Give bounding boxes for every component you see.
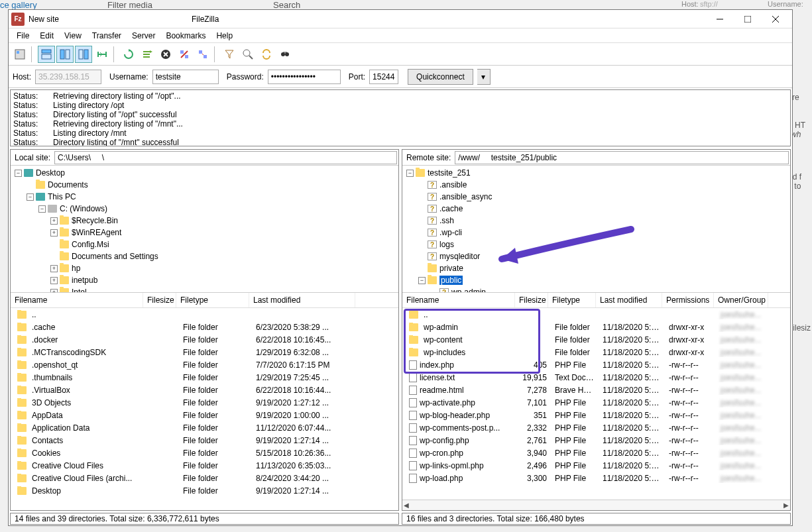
remote-filelist[interactable]: FilenameFilesizeFiletypeLast modifiedPer… [402,293,790,510]
tree-item[interactable]: +Intel [12,286,397,293]
menu-file[interactable]: File [11,30,34,42]
toggle-remotetree-icon[interactable] [75,46,92,63]
quickconnect-dropdown[interactable]: ▾ [477,69,491,85]
reconnect-icon[interactable] [194,46,211,63]
list-item[interactable]: .cacheFile folder6/23/2020 5:38:29 ... [11,321,398,333]
tree-item[interactable]: +$WinREAgent [12,227,397,239]
local-site-label: Local site: [11,153,54,162]
menu-server[interactable]: Server [127,30,160,42]
log-pane[interactable]: Status:Retrieving directory listing of "… [10,89,791,146]
tree-item[interactable]: +inetpub [12,274,397,286]
toggle-logpane-icon[interactable] [38,46,55,63]
list-item[interactable]: .. [11,308,398,321]
list-item[interactable]: .thumbnailsFile folder1/29/2019 7:25:45 … [11,371,398,384]
remote-h-scroll[interactable]: ◀▶ [402,500,790,510]
list-item[interactable]: ContactsFile folder9/19/2020 1:27:14 ... [11,434,398,447]
tree-item[interactable]: −public [404,274,789,286]
close-button[interactable] [762,11,789,28]
list-item[interactable]: wp-contentFile folder11/18/2020 5:4...dr… [402,333,790,346]
username-input[interactable] [152,70,219,84]
list-item[interactable]: .openshot_qtFile folder7/7/2020 6:17:15 … [11,358,398,371]
port-input[interactable] [369,70,398,84]
titlebar[interactable]: Fz New site FileZilla [9,10,792,28]
remote-pathbar: Remote site: [402,150,790,166]
tree-item[interactable]: ?.ansible [404,179,789,191]
list-item[interactable]: ..joesfsuhe... [402,308,790,321]
process-queue-icon[interactable] [139,46,156,63]
disconnect-icon[interactable] [176,46,193,63]
list-item[interactable]: wp-blog-header.php351PHP File11/18/2020 … [402,409,790,421]
list-item[interactable]: Creative Cloud Files (archi...File folde… [11,472,398,484]
tree-item[interactable]: +$Recycle.Bin [12,215,397,227]
local-site-input[interactable] [54,151,397,164]
host-input[interactable] [35,70,101,84]
tree-item[interactable]: ?logs [404,239,789,250]
minimize-button[interactable] [706,11,734,28]
tree-item[interactable]: ?mysqleditor [404,250,789,262]
tree-item[interactable]: ?.ssh [404,215,789,227]
list-item[interactable]: wp-comments-post.p...2,332PHP File11/18/… [402,421,790,434]
list-item[interactable]: .MCTranscodingSDKFile folder1/29/2019 6:… [11,346,398,358]
maximize-button[interactable] [734,11,762,28]
local-filelist[interactable]: FilenameFilesizeFiletypeLast modified ..… [11,293,398,510]
list-item[interactable]: .VirtualBoxFile folder6/22/2018 10:16:44… [11,384,398,396]
toggle-localtree-icon[interactable] [56,46,74,63]
list-item[interactable]: .dockerFile folder6/22/2018 10:16:45... [11,333,398,346]
list-item[interactable]: Application DataFile folder11/12/2020 6:… [11,421,398,434]
list-item[interactable]: wp-config.php2,761PHP File11/18/2020 5:4… [402,434,790,447]
list-item[interactable]: index.php405PHP File11/18/2020 5:4...-rw… [402,358,790,371]
menu-edit[interactable]: Edit [34,30,59,42]
refresh-icon[interactable] [120,46,137,63]
list-item[interactable]: wp-adminFile folder11/18/2020 5:4...drwx… [402,321,790,333]
filter-icon[interactable] [221,46,238,63]
menu-bookmarks[interactable]: Bookmarks [160,30,211,42]
local-tree[interactable]: −DesktopDocuments−This PC−C: (Windows)+$… [11,166,398,293]
tree-item[interactable]: ?.wp-cli [404,227,789,239]
list-item[interactable]: readme.html7,278Brave HTM...11/18/2020 5… [402,384,790,396]
menu-view[interactable]: View [59,30,87,42]
list-item[interactable]: wp-load.php3,300PHP File11/18/2020 5:4..… [402,472,790,484]
list-item[interactable]: wp-includesFile folder11/18/2020 5:4...d… [402,346,790,358]
quickconnect-button[interactable]: Quickconnect [408,69,473,85]
search-remote-icon[interactable] [276,46,294,63]
list-item[interactable]: CookiesFile folder5/15/2018 10:26:36... [11,447,398,459]
menu-help[interactable]: Help [211,30,238,42]
list-item[interactable]: AppDataFile folder9/19/2020 1:00:00 ... [11,409,398,421]
list-item[interactable]: DesktopFile folder9/19/2020 1:27:14 ... [11,484,398,497]
sitemanager-icon[interactable] [11,46,29,63]
tree-item[interactable]: Documents [12,179,397,191]
list-item[interactable]: Creative Cloud FilesFile folder11/13/202… [11,459,398,472]
tree-item[interactable]: −testsite_251 [404,167,789,179]
sync-browse-icon[interactable] [258,46,275,63]
list-item[interactable]: wp-activate.php7,101PHP File11/18/2020 5… [402,396,790,409]
tree-item[interactable]: private [404,262,789,274]
remote-pane: Remote site: −testsite_251?.ansible?.ans… [402,149,791,511]
list-item[interactable]: wp-links-opml.php2,496PHP File11/18/2020… [402,459,790,472]
password-input[interactable] [268,70,341,84]
toggle-queue-icon[interactable] [93,46,111,63]
window-title-app: FileZilla [192,15,219,24]
remote-site-label: Remote site: [402,153,455,162]
menu-transfer[interactable]: Transfer [87,30,127,42]
tree-item[interactable]: +hp [12,262,397,274]
list-item[interactable]: license.txt19,915Text Docu...11/18/2020 … [402,371,790,384]
remote-tree[interactable]: −testsite_251?.ansible?.ansible_async?.c… [402,166,790,293]
local-columns[interactable]: FilenameFilesizeFiletypeLast modified [11,293,398,308]
tree-item[interactable]: −Desktop [12,167,397,179]
tree-item[interactable]: Config.Msi [12,239,397,250]
tree-item[interactable]: Documents and Settings [12,250,397,262]
cancel-icon[interactable] [157,46,174,63]
tree-item[interactable]: −This PC [12,191,397,203]
tree-item[interactable]: ?wp-admin [404,286,789,293]
menubar: FileEditViewTransferServerBookmarksHelp [9,28,792,43]
list-item[interactable]: 3D ObjectsFile folder9/19/2020 1:27:12 .… [11,396,398,409]
tree-item[interactable]: ?.cache [404,203,789,215]
list-item[interactable]: wp-cron.php3,940PHP File11/18/2020 5:4..… [402,447,790,459]
tree-item[interactable]: −C: (Windows) [12,203,397,215]
remote-site-input[interactable] [455,151,789,164]
compare-icon[interactable] [239,46,257,63]
svg-rect-1 [744,16,751,23]
remote-columns[interactable]: FilenameFilesizeFiletypeLast modifiedPer… [402,293,790,308]
svg-rect-22 [203,55,207,58]
tree-item[interactable]: ?.ansible_async [404,191,789,203]
